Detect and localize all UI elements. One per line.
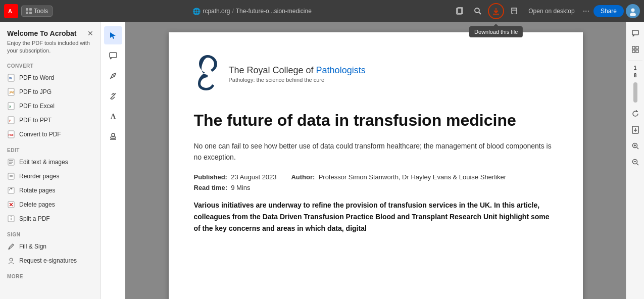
edit-text-label: Edit text & images bbox=[19, 159, 68, 166]
download-tooltip: Download this file bbox=[469, 26, 523, 37]
svg-text:A: A bbox=[8, 8, 12, 14]
print-button[interactable] bbox=[506, 3, 522, 19]
page-total: 8 bbox=[634, 73, 637, 78]
published-value: 23 August 2023 bbox=[231, 173, 276, 181]
sidebar-item-edit-text[interactable]: Edit text & images bbox=[0, 155, 101, 169]
text-tool[interactable]: A bbox=[104, 107, 122, 125]
svg-text:A: A bbox=[111, 113, 116, 120]
zoom-in-icon[interactable] bbox=[628, 139, 642, 153]
svg-point-8 bbox=[475, 8, 479, 13]
grid-panel-icon[interactable] bbox=[628, 42, 642, 57]
toolbar-center: 🌐 rcpath.org / The-future-o...sion-medic… bbox=[56, 8, 449, 15]
svg-rect-43 bbox=[110, 53, 117, 58]
college-tagline: Pathology: the science behind the cure bbox=[229, 77, 366, 83]
more-section-label: MORE bbox=[0, 268, 101, 281]
delete-pages-icon bbox=[7, 201, 15, 209]
pdf-to-jpg-label: PDF to JPG bbox=[19, 88, 52, 95]
convert-to-pdf-label: Convert to PDF bbox=[19, 131, 61, 138]
sidebar-item-convert-to-pdf[interactable]: PDF Convert to PDF bbox=[0, 127, 101, 141]
college-text-area: The Royal College of Pathologists Pathol… bbox=[229, 65, 366, 83]
svg-rect-50 bbox=[632, 30, 638, 35]
svg-rect-31 bbox=[8, 173, 14, 179]
article-meta-published: Published: 23 August 2023 Author: Profes… bbox=[194, 173, 558, 181]
pdf-to-ppt-icon: P bbox=[7, 116, 15, 124]
pdf-viewer[interactable]: The Royal College of Pathologists Pathol… bbox=[125, 22, 626, 299]
sidebar-item-request-esignatures[interactable]: Request e-signatures bbox=[0, 254, 101, 268]
sign-section-label: SIGN bbox=[0, 226, 101, 239]
scroll-thumb[interactable] bbox=[633, 82, 637, 103]
fill-sign-icon bbox=[7, 242, 15, 251]
pdf-to-excel-icon: X bbox=[7, 102, 15, 110]
save-doc-icon[interactable] bbox=[628, 123, 642, 137]
avatar bbox=[626, 4, 640, 18]
comment-panel-icon[interactable] bbox=[628, 26, 642, 40]
fill-sign-label: Fill & Sign bbox=[19, 243, 46, 250]
acrobat-logo: A bbox=[4, 4, 18, 18]
main-area: ✕ Welcome To Acrobat Enjoy the PDF tools… bbox=[0, 22, 644, 299]
article-body: Various initiatives are underway to refi… bbox=[194, 200, 558, 234]
left-sidebar: ✕ Welcome To Acrobat Enjoy the PDF tools… bbox=[0, 22, 101, 299]
stamp-tool[interactable] bbox=[104, 127, 122, 145]
svg-text:X: X bbox=[9, 105, 11, 108]
pdf-to-ppt-label: PDF to PPT bbox=[19, 117, 52, 124]
svg-rect-54 bbox=[636, 50, 638, 53]
close-icon[interactable]: ✕ bbox=[87, 29, 93, 37]
search-button[interactable] bbox=[470, 3, 486, 19]
open-desktop-button[interactable]: Open on desktop bbox=[524, 6, 578, 17]
pdf-to-jpg-icon: JPG bbox=[7, 88, 15, 96]
svg-text:P: P bbox=[9, 119, 11, 122]
sidebar-item-reorder-pages[interactable]: Reorder pages bbox=[0, 169, 101, 183]
reorder-pages-icon bbox=[7, 172, 15, 180]
url-filename: The-future-o...sion-medicine bbox=[236, 8, 312, 15]
sidebar-item-pdf-to-ppt[interactable]: P PDF to PPT bbox=[0, 113, 101, 127]
reorder-pages-label: Reorder pages bbox=[19, 173, 59, 180]
right-sidebar: 1 8 bbox=[626, 22, 644, 299]
refresh-icon[interactable] bbox=[628, 107, 642, 121]
cursor-tool[interactable] bbox=[104, 26, 122, 44]
sidebar-item-pdf-to-word[interactable]: W PDF to Word bbox=[0, 71, 101, 85]
link-tool[interactable] bbox=[104, 87, 122, 105]
download-btn-wrapper: Download this file bbox=[488, 3, 504, 19]
svg-point-41 bbox=[10, 258, 13, 261]
svg-rect-2 bbox=[26, 8, 28, 11]
svg-line-62 bbox=[637, 164, 638, 165]
svg-line-58 bbox=[637, 147, 638, 149]
pdf-to-excel-label: PDF to Excel bbox=[19, 103, 55, 110]
pen-tool[interactable] bbox=[104, 67, 122, 85]
sidebar-item-delete-pages[interactable]: Delete pages bbox=[0, 197, 101, 212]
college-name-highlight: Pathologists bbox=[316, 65, 366, 75]
rotate-pages-label: Rotate pages bbox=[19, 187, 55, 194]
sidebar-item-pdf-to-excel[interactable]: X PDF to Excel bbox=[0, 99, 101, 113]
zoom-out-icon[interactable] bbox=[628, 155, 642, 169]
college-logo-symbol bbox=[194, 53, 222, 95]
tools-icon-bar: A bbox=[101, 22, 125, 299]
svg-rect-51 bbox=[632, 46, 635, 49]
share-button[interactable]: Share bbox=[593, 5, 624, 17]
pdf-page: The Royal College of Pathologists Pathol… bbox=[169, 32, 583, 299]
sidebar-item-split-pdf[interactable]: Split a PDF bbox=[0, 212, 101, 226]
college-name-text: The Royal College of bbox=[229, 65, 316, 75]
top-toolbar: A Tools 🌐 rcpath.org / The-future-o...si… bbox=[0, 0, 644, 22]
svg-marker-42 bbox=[110, 32, 116, 39]
delete-pages-label: Delete pages bbox=[19, 201, 55, 208]
pdf-to-word-icon: W bbox=[7, 74, 15, 82]
svg-point-15 bbox=[631, 9, 635, 12]
download-button[interactable] bbox=[488, 3, 504, 19]
svg-rect-4 bbox=[26, 12, 28, 14]
sidebar-item-fill-sign[interactable]: Fill & Sign bbox=[0, 239, 101, 254]
article-title: The future of data in transfusion medici… bbox=[194, 110, 558, 130]
split-pdf-label: Split a PDF bbox=[19, 215, 50, 222]
article-intro: No one can fail to see how better use of… bbox=[194, 140, 558, 163]
college-logo-area: The Royal College of Pathologists Pathol… bbox=[194, 53, 558, 95]
svg-rect-5 bbox=[29, 12, 32, 14]
page-current: 1 bbox=[634, 65, 637, 71]
author-value: Professor Simon Stanworth, Dr Hayley Eva… bbox=[319, 173, 506, 181]
comment-tool[interactable] bbox=[104, 46, 122, 65]
split-pdf-icon bbox=[7, 215, 15, 223]
tools-button[interactable]: Tools bbox=[21, 6, 53, 17]
sidebar-item-rotate-pages[interactable]: Rotate pages bbox=[0, 183, 101, 197]
pdf-to-word-label: PDF to Word bbox=[19, 74, 54, 81]
more-button[interactable]: ··· bbox=[581, 5, 591, 18]
sidebar-item-pdf-to-jpg[interactable]: JPG PDF to JPG bbox=[0, 85, 101, 99]
pages-button[interactable] bbox=[452, 3, 468, 19]
